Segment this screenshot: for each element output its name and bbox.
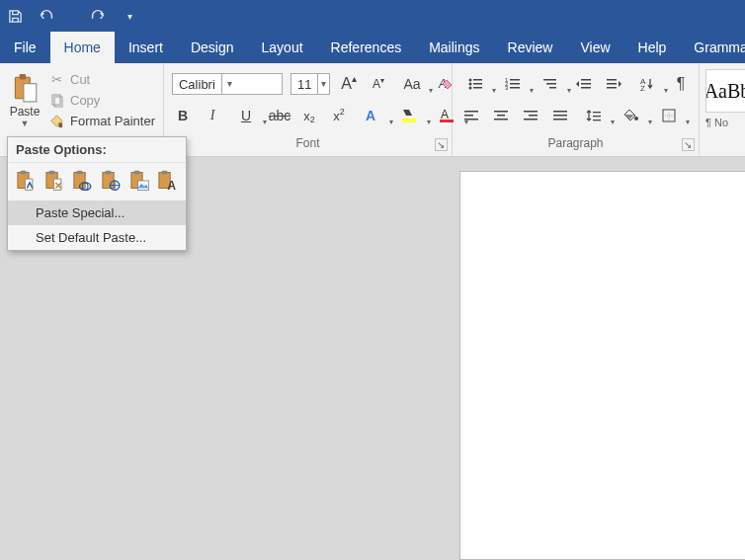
svg-rect-31 (607, 87, 617, 89)
svg-rect-35 (464, 115, 473, 117)
align-left-icon[interactable] (460, 105, 482, 126)
cut-label: Cut (70, 72, 90, 87)
ribbon-tabs: File Home Insert Design Layout Reference… (0, 32, 745, 63)
paste-options-menu: Paste Options: A Paste Special... Set De… (7, 136, 187, 251)
format-painter-label: Format Painter (70, 114, 155, 128)
text-effects-icon[interactable]: A (358, 105, 387, 126)
svg-rect-56 (48, 171, 54, 175)
tab-review[interactable]: Review (494, 32, 567, 63)
bold-icon[interactable]: B (172, 105, 194, 126)
numbering-icon[interactable]: 123 (498, 73, 528, 95)
svg-rect-29 (607, 79, 617, 81)
cut-button[interactable]: ✂ Cut (49, 72, 155, 87)
group-label-paragraph: Paragraph ↘ (453, 136, 699, 156)
line-spacing-icon[interactable] (579, 105, 609, 126)
svg-point-49 (634, 117, 638, 120)
bullets-icon[interactable] (460, 73, 490, 95)
tab-design[interactable]: Design (177, 32, 248, 63)
svg-rect-68 (162, 171, 168, 175)
redo-icon[interactable] (89, 7, 107, 25)
strikethrough-icon[interactable]: abc (269, 105, 290, 126)
paste-picture-icon[interactable] (129, 169, 150, 193)
decrease-indent-icon[interactable] (573, 73, 595, 95)
svg-rect-37 (494, 111, 508, 113)
font-name-combo[interactable]: Calibri ▾ (172, 73, 283, 95)
svg-rect-65 (133, 171, 139, 175)
svg-rect-40 (524, 111, 538, 113)
cut-icon: ✂ (49, 72, 64, 87)
shading-icon[interactable] (617, 105, 646, 126)
svg-rect-39 (494, 119, 508, 120)
font-launcher-icon[interactable]: ↘ (435, 138, 448, 151)
shrink-font-icon[interactable]: A▾ (368, 73, 389, 95)
quick-access-toolbar: ▾ (0, 0, 745, 32)
style-normal[interactable]: AaBb (705, 69, 745, 113)
paste-merge-icon[interactable] (44, 169, 65, 193)
grow-font-icon[interactable]: A▴ (338, 73, 360, 95)
show-hide-marks-icon[interactable]: ¶ (670, 73, 692, 95)
svg-text:3: 3 (505, 85, 509, 91)
tab-insert[interactable]: Insert (115, 32, 177, 63)
tab-mailings[interactable]: Mailings (415, 32, 493, 63)
tab-home[interactable]: Home (50, 32, 115, 63)
subscript-icon[interactable]: x2 (298, 105, 320, 126)
change-case-icon[interactable]: Aa (397, 73, 427, 95)
paste-keep-source-icon[interactable] (16, 169, 37, 193)
save-icon[interactable] (6, 7, 24, 25)
group-font: Calibri ▾ 11 ▾ A▴ A▾ Aa A B I U abc x (164, 63, 453, 156)
borders-icon[interactable] (654, 105, 684, 126)
paragraph-launcher-icon[interactable]: ↘ (682, 138, 695, 151)
font-size-combo[interactable]: 11 ▾ (290, 73, 330, 95)
document-page[interactable] (459, 171, 745, 560)
set-default-paste-item[interactable]: Set Default Paste... (8, 225, 186, 250)
customize-qat-icon[interactable]: ▾ (121, 7, 138, 25)
multilevel-list-icon[interactable] (536, 73, 565, 95)
svg-rect-2 (24, 83, 37, 101)
underline-icon[interactable]: U (231, 105, 261, 126)
font-name-value: Calibri (173, 77, 221, 92)
svg-rect-23 (543, 79, 556, 81)
font-size-dropdown-icon[interactable]: ▾ (317, 74, 329, 94)
svg-rect-62 (106, 171, 112, 175)
svg-rect-36 (464, 119, 478, 120)
sort-icon[interactable]: AZ (632, 73, 662, 95)
tab-references[interactable]: References (317, 32, 416, 63)
copy-button[interactable]: Copy (49, 93, 155, 108)
tab-view[interactable]: View (566, 32, 623, 63)
format-painter-button[interactable]: Format Painter (49, 114, 155, 128)
style-normal-label: ¶ No (705, 117, 728, 128)
font-name-dropdown-icon[interactable]: ▾ (221, 74, 237, 94)
tab-help[interactable]: Help (624, 32, 681, 63)
superscript-icon[interactable]: x2 (328, 105, 350, 126)
group-styles: AaBb ¶ No (700, 63, 745, 156)
copy-label: Copy (70, 93, 100, 108)
svg-rect-20 (510, 83, 520, 85)
paste-button[interactable]: Paste ▼ (4, 63, 45, 137)
paste-link-icon[interactable] (72, 169, 93, 193)
svg-rect-30 (607, 83, 617, 85)
tab-grammarly[interactable]: Grammarly (680, 32, 745, 63)
justify-icon[interactable] (549, 105, 571, 126)
svg-text:A: A (366, 108, 375, 123)
svg-point-11 (468, 79, 471, 82)
paste-options-header: Paste Options: (8, 137, 186, 163)
paste-special-label: Paste Special... (36, 205, 124, 220)
align-right-icon[interactable] (520, 105, 541, 126)
highlight-icon[interactable] (395, 105, 425, 126)
svg-rect-5 (58, 122, 62, 127)
italic-icon[interactable]: I (202, 105, 223, 126)
paste-special-item[interactable]: Paste Special... (8, 200, 186, 225)
tab-layout[interactable]: Layout (248, 32, 317, 63)
paragraph-group-text: Paragraph (547, 136, 603, 150)
undo-icon[interactable] (38, 7, 55, 25)
paste-text-only-icon[interactable]: A (157, 169, 178, 193)
paste-dropdown-icon[interactable]: ▼ (21, 119, 30, 128)
align-center-icon[interactable] (490, 105, 512, 126)
paste-icon (12, 73, 38, 103)
increase-indent-icon[interactable] (603, 73, 624, 95)
svg-point-15 (468, 87, 471, 90)
svg-rect-16 (473, 87, 482, 89)
tab-file[interactable]: File (0, 32, 50, 63)
paste-use-destination-icon[interactable] (101, 169, 122, 193)
svg-rect-45 (553, 119, 567, 120)
